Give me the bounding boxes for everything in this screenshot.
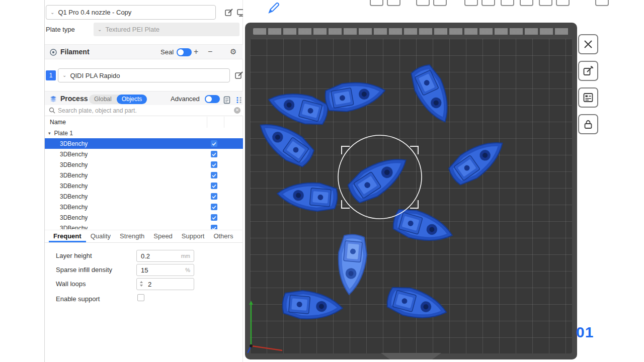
auto-orient-icon	[583, 65, 594, 76]
process-section-header: Process Global Objects Advanced	[45, 91, 244, 106]
add-filament-button[interactable]: +	[194, 47, 198, 56]
remove-filament-button[interactable]: −	[208, 47, 212, 56]
visibility-checkbox[interactable]	[211, 193, 217, 200]
sparse-infill-unit: %	[185, 267, 190, 273]
tree-group-plate[interactable]: ▾ Plate 1	[45, 128, 244, 138]
visibility-checkbox[interactable]	[211, 140, 217, 147]
scope-global-button[interactable]: Global	[89, 95, 117, 104]
enable-support-checkbox[interactable]	[137, 294, 144, 301]
viewport-side-toolbar	[578, 34, 598, 134]
close-plate-button[interactable]	[578, 34, 598, 54]
filament-select[interactable]: ⌄ QIDI PLA Rapido	[58, 68, 230, 82]
benchy-model[interactable]	[324, 76, 387, 115]
visibility-checkbox[interactable]	[211, 214, 217, 221]
search-clear-icon[interactable]: ✕	[234, 107, 240, 114]
wall-loops-label: Wall loops	[56, 280, 86, 288]
visibility-checkbox[interactable]	[211, 161, 217, 168]
top-toolbar-icon-partial[interactable]	[595, 0, 609, 6]
tree-item-label: 3DBenchy	[60, 172, 88, 179]
benchy-model[interactable]	[335, 233, 368, 296]
plate-number-badge: 01	[576, 324, 594, 341]
benchy-model[interactable]	[281, 289, 344, 322]
top-toolbar-icon-partial[interactable]	[520, 0, 533, 6]
printer-select[interactable]: ⌄ Q1 Pro 0.4 nozzle - Copy	[46, 5, 216, 20]
sparse-infill-label: Sparse infill density	[56, 266, 112, 274]
top-toolbar-icon-partial[interactable]	[433, 0, 447, 6]
viewport-3d[interactable]: 01	[243, 0, 644, 362]
benchy-model[interactable]	[384, 283, 450, 326]
tree-item-label: 3DBenchy	[60, 151, 88, 158]
scope-objects-button[interactable]: Objects	[117, 95, 147, 104]
top-toolbar-icon-partial[interactable]	[501, 0, 514, 6]
lock-button[interactable]	[578, 114, 598, 134]
seal-toggle[interactable]	[177, 48, 192, 56]
tree-item-benchy[interactable]: 3DBenchy	[45, 149, 244, 159]
object-list-header: Name	[45, 117, 244, 128]
visibility-checkbox[interactable]	[211, 172, 217, 178]
printer-select-value: Q1 Pro 0.4 nozzle - Copy	[58, 9, 131, 16]
tab-quality[interactable]: Quality	[86, 230, 115, 242]
tree-item-benchy[interactable]: 3DBenchy	[45, 159, 244, 170]
filament-edit-icon[interactable]	[234, 70, 244, 80]
benchy-model[interactable]	[407, 61, 458, 128]
tree-item-benchy[interactable]: 3DBenchy	[45, 180, 244, 191]
tab-support[interactable]: Support	[177, 230, 209, 242]
search-input[interactable]	[58, 106, 224, 115]
tree-item-benchy[interactable]: 3DBenchy	[45, 191, 244, 202]
close-icon	[583, 39, 594, 50]
left-panel: ⌄ Q1 Pro 0.4 nozzle - Copy Plate type ⌄ …	[44, 0, 243, 362]
lock-icon	[583, 119, 594, 130]
top-toolbar-icon-partial[interactable]	[464, 0, 478, 6]
tree-item-benchy[interactable]: 3DBenchy	[45, 223, 244, 229]
tab-others[interactable]: Others	[209, 230, 237, 242]
tab-speed[interactable]: Speed	[149, 230, 177, 242]
layer-height-unit: mm	[181, 253, 190, 259]
tree-item-benchy[interactable]: 3DBenchy	[45, 170, 244, 180]
benchy-model[interactable]	[390, 205, 456, 249]
tree-item-label: 3DBenchy	[60, 140, 88, 147]
printer-edit-icon[interactable]	[224, 8, 234, 18]
caret-down-icon: ▾	[48, 131, 51, 136]
tab-strength[interactable]: Strength	[115, 230, 149, 242]
visibility-checkbox[interactable]	[211, 183, 217, 189]
tree-item-benchy[interactable]: 3DBenchy	[45, 212, 244, 223]
top-toolbar-icon-partial[interactable]	[556, 0, 570, 6]
visibility-checkbox[interactable]	[211, 204, 217, 210]
tree-item-label: 3DBenchy	[60, 225, 88, 230]
benchy-model[interactable]	[445, 132, 511, 189]
column-divider	[224, 117, 224, 128]
filament-settings-gear-icon[interactable]: ⚙	[230, 47, 236, 56]
plate-type-select[interactable]: ⌄ Textured PEI Plate	[94, 23, 239, 36]
process-compare-icon[interactable]	[234, 95, 244, 105]
top-toolbar-icon-partial[interactable]	[387, 0, 400, 6]
top-toolbar-icon-partial[interactable]	[416, 0, 430, 6]
tree-item-benchy[interactable]: 3DBenchy	[45, 202, 244, 212]
draw-pencil-icon[interactable]	[266, 2, 279, 15]
stepper-arrows[interactable]	[140, 281, 143, 287]
arrange-button[interactable]	[578, 87, 598, 108]
top-toolbar-icon-partial[interactable]	[370, 0, 383, 6]
top-toolbar-icon-partial[interactable]	[481, 0, 495, 6]
stepper-down-icon[interactable]	[140, 285, 143, 287]
filament-select-value: QIDI PLA Rapido	[70, 72, 120, 79]
top-toolbar-icon-partial[interactable]	[539, 0, 552, 6]
arrange-icon	[583, 92, 594, 103]
wall-loops-input[interactable]	[137, 279, 194, 290]
benchy-model[interactable]	[276, 179, 339, 213]
benchy-model-selected[interactable]	[344, 148, 414, 208]
visibility-checkbox[interactable]	[211, 151, 217, 157]
tree-item-benchy[interactable]: 3DBenchy	[45, 138, 244, 149]
chevron-down-icon: ⌄	[62, 73, 66, 78]
visibility-checkbox[interactable]	[211, 225, 217, 229]
column-divider	[207, 117, 207, 128]
auto-orient-button[interactable]	[578, 61, 598, 81]
stepper-up-icon[interactable]	[140, 281, 143, 283]
wall-loops-field	[136, 278, 194, 290]
tab-frequent[interactable]: Frequent	[49, 230, 86, 242]
chevron-down-icon: ⌄	[98, 27, 102, 32]
filament-section-header: Filament Seal + − ⚙	[45, 44, 244, 59]
advanced-toggle[interactable]	[205, 95, 220, 103]
process-preset-list-icon[interactable]	[222, 95, 232, 105]
toggle-knob	[206, 96, 212, 102]
benchy-model[interactable]	[265, 86, 331, 129]
